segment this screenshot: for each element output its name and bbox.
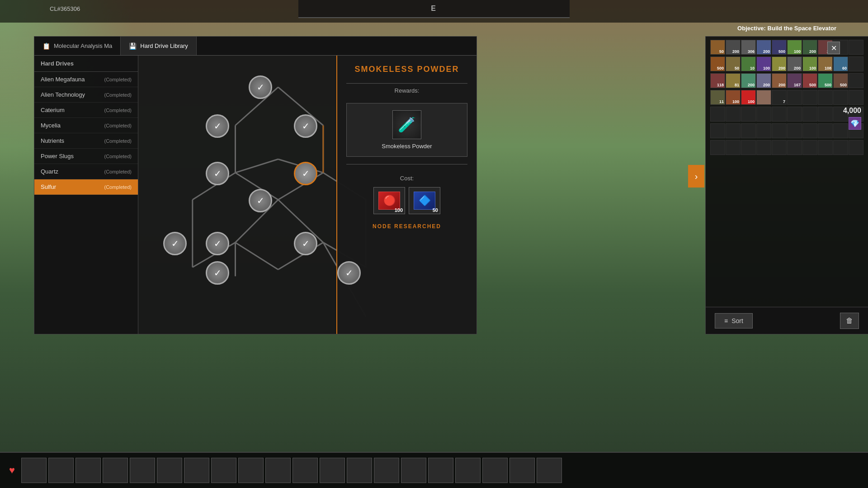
inv-slot-1-1[interactable]: 50 — [710, 40, 725, 55]
sidebar-item-nutrients[interactable]: Nutrients (Completed) — [34, 133, 138, 149]
inv-slot-2-5[interactable]: 200 — [772, 56, 787, 71]
research-node-11[interactable]: ✓ — [163, 232, 187, 255]
inv-slot-4-2[interactable]: 100 — [726, 90, 741, 105]
tab-harddrive[interactable]: 💾 Hard Drive Library — [121, 37, 196, 55]
inv-slot-7-10[interactable] — [849, 140, 863, 155]
inv-slot-2-6[interactable]: 200 — [787, 56, 802, 71]
hotbar-slot-4[interactable] — [103, 458, 128, 483]
sidebar-item-sulfur[interactable]: Sulfur (Completed) — [34, 179, 138, 195]
hotbar-slot-8[interactable] — [211, 458, 236, 483]
inv-slot-3-5[interactable]: 200 — [772, 73, 787, 88]
hotbar-slot-9[interactable] — [238, 458, 264, 483]
inv-slot-2-8[interactable]: 108 — [818, 56, 833, 71]
inv-slot-5-3[interactable] — [741, 107, 756, 122]
sidebar-item-alien-megafauna[interactable]: Alien Megafauna (Completed) — [34, 72, 138, 87]
inv-slot-7-3[interactable] — [741, 140, 756, 155]
inv-slot-5-6[interactable] — [787, 107, 802, 122]
hotbar-slot-1[interactable] — [21, 458, 47, 483]
inv-slot-4-3[interactable]: 100 — [741, 90, 756, 105]
inv-slot-6-3[interactable] — [741, 123, 756, 138]
inv-slot-1-6[interactable]: 100 — [787, 40, 802, 55]
research-node-10[interactable]: ✓ — [337, 261, 361, 285]
inv-slot-4-7[interactable] — [802, 90, 817, 105]
inv-slot-4-5[interactable]: 7 — [772, 90, 787, 105]
inv-slot-6-1[interactable] — [710, 123, 725, 138]
delete-button[interactable]: 🗑 — [840, 313, 859, 329]
sidebar-item-power-slugs[interactable]: Power Slugs (Completed) — [34, 149, 138, 164]
research-node-4[interactable]: ✓ — [206, 162, 229, 185]
hotbar-slot-15[interactable] — [401, 458, 426, 483]
hotbar-slot-6[interactable] — [157, 458, 182, 483]
inv-slot-7-2[interactable] — [726, 140, 741, 155]
inv-slot-5-8[interactable] — [818, 107, 833, 122]
research-node-7[interactable]: ✓ — [206, 232, 229, 255]
inv-slot-5-2[interactable] — [726, 107, 741, 122]
inv-slot-2-4[interactable]: 100 — [756, 56, 771, 71]
inv-slot-1-2[interactable]: 200 — [726, 40, 741, 55]
research-node-2[interactable]: ✓ — [206, 114, 229, 138]
sidebar-item-mycelia[interactable]: Mycelia (Completed) — [34, 118, 138, 133]
hotbar-slot-19[interactable] — [509, 458, 535, 483]
research-node-5[interactable]: ✓ — [294, 162, 317, 185]
inv-slot-1-10[interactable] — [849, 40, 863, 55]
inv-slot-1-3[interactable]: 306 — [741, 40, 756, 55]
inv-slot-5-7[interactable] — [802, 107, 817, 122]
research-node-9[interactable]: ✓ — [206, 261, 229, 285]
inv-slot-6-6[interactable] — [787, 123, 802, 138]
inv-slot-3-8[interactable]: 500 — [818, 73, 833, 88]
inv-slot-3-10[interactable] — [849, 73, 863, 88]
hotbar-slot-20[interactable] — [537, 458, 562, 483]
inv-slot-4-10[interactable] — [849, 90, 863, 105]
inv-slot-6-5[interactable] — [772, 123, 787, 138]
inv-slot-3-6[interactable]: 167 — [787, 73, 802, 88]
hotbar-slot-3[interactable] — [75, 458, 101, 483]
hotbar-slot-18[interactable] — [482, 458, 508, 483]
inv-slot-4-1[interactable]: 11 — [710, 90, 725, 105]
hotbar-slot-14[interactable] — [374, 458, 399, 483]
inv-slot-7-5[interactable] — [772, 140, 787, 155]
inv-slot-6-7[interactable] — [802, 123, 817, 138]
hotbar-slot-5[interactable] — [130, 458, 155, 483]
inv-slot-6-9[interactable] — [833, 123, 848, 138]
inv-slot-6-2[interactable] — [726, 123, 741, 138]
inv-slot-4-8[interactable] — [818, 90, 833, 105]
inv-slot-1-5[interactable]: 500 — [772, 40, 787, 55]
inv-slot-4-6[interactable] — [787, 90, 802, 105]
nav-arrow[interactable]: › — [688, 165, 704, 188]
research-area[interactable]: ✓ ✓ ✓ ✓ ✓ ✓ ✓ ✓ ✓ ✓ ✓ SMOKELESS POWDER R… — [138, 56, 476, 334]
close-button[interactable]: ✕ — [827, 42, 840, 54]
inv-slot-3-3[interactable]: 200 — [741, 73, 756, 88]
inv-slot-5-1[interactable] — [710, 107, 725, 122]
inv-slot-7-1[interactable] — [710, 140, 725, 155]
inv-slot-2-10[interactable] — [849, 56, 863, 71]
hotbar-slot-12[interactable] — [320, 458, 345, 483]
inv-slot-7-8[interactable] — [818, 140, 833, 155]
inv-slot-1-7[interactable]: 200 — [802, 40, 817, 55]
inv-slot-2-3[interactable]: 10 — [741, 56, 756, 71]
inv-slot-4-9[interactable] — [833, 90, 848, 105]
research-node-8[interactable]: ✓ — [294, 232, 317, 255]
hotbar-slot-11[interactable] — [292, 458, 318, 483]
inv-slot-2-9[interactable]: 60 — [833, 56, 848, 71]
inv-slot-2-1[interactable]: 500 — [710, 56, 725, 71]
inv-slot-6-4[interactable] — [756, 123, 771, 138]
inv-slot-3-9[interactable]: 500 — [833, 73, 848, 88]
hotbar-slot-10[interactable] — [265, 458, 291, 483]
hotbar-slot-17[interactable] — [455, 458, 481, 483]
sidebar-item-caterium[interactable]: Caterium (Completed) — [34, 103, 138, 118]
inv-slot-5-5[interactable] — [772, 107, 787, 122]
inv-slot-2-7[interactable]: 100 — [802, 56, 817, 71]
inv-slot-3-7[interactable]: 500 — [802, 73, 817, 88]
sidebar-item-alien-technology[interactable]: Alien Technology (Completed) — [34, 87, 138, 103]
inv-slot-7-9[interactable] — [833, 140, 848, 155]
inv-slot-4-4[interactable] — [756, 90, 771, 105]
inv-slot-3-1[interactable]: 118 — [710, 73, 725, 88]
hotbar-slot-13[interactable] — [347, 458, 372, 483]
hotbar-slot-16[interactable] — [428, 458, 453, 483]
inv-slot-7-4[interactable] — [756, 140, 771, 155]
inv-slot-7-6[interactable] — [787, 140, 802, 155]
hotbar-slot-2[interactable] — [48, 458, 74, 483]
inv-slot-5-4[interactable] — [756, 107, 771, 122]
research-node-6[interactable]: ✓ — [249, 189, 272, 212]
inv-slot-3-2[interactable]: 81 — [726, 73, 741, 88]
